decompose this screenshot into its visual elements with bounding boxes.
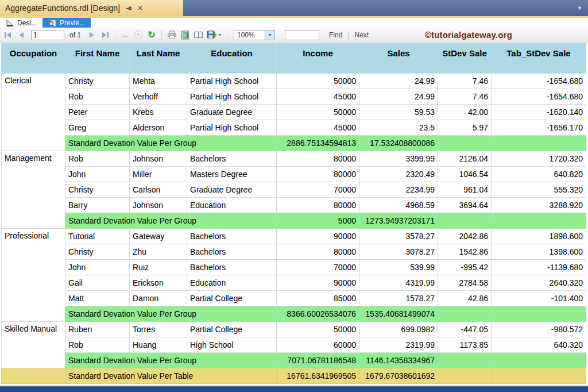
table-row: JohnMillerMasters Degree800002320.491046…: [2, 167, 586, 182]
income-cell: 50000: [277, 105, 359, 120]
report-preview-area: OccupationFirst NameLast NameEducationIn…: [1, 43, 586, 384]
page-setup-book-icon: [194, 31, 203, 39]
last-name-cell: Miller: [130, 167, 187, 182]
education-cell: Education: [187, 198, 277, 213]
tutorialgateway-watermark: ©tutorialgateway.org: [425, 30, 512, 40]
last-name-cell: Alderson: [130, 120, 187, 136]
education-cell: High School: [187, 337, 277, 353]
next-find-button[interactable]: Next: [354, 31, 369, 39]
stdev-sale-cell: 1173.85: [438, 337, 492, 353]
page-count-label: of 1: [69, 31, 81, 39]
stop-button[interactable]: ×: [133, 29, 144, 41]
income-cell: 70000: [277, 260, 359, 275]
find-button[interactable]: Find: [329, 31, 342, 39]
stdev-sale-cell: 2784.58: [438, 275, 492, 291]
group-summary-income: 7071.06781186548: [277, 353, 359, 368]
print-layout-button[interactable]: [179, 29, 191, 41]
tab-design[interactable]: Desi...: [0, 18, 42, 28]
income-cell: 80000: [277, 167, 359, 182]
last-page-button[interactable]: [99, 29, 111, 41]
file-tab[interactable]: AggregateFunctions.rdl [Design] ×: [0, 0, 183, 16]
education-cell: Graduate Degree: [187, 182, 277, 198]
back-arrow-icon: ←: [121, 30, 130, 40]
close-icon[interactable]: ×: [137, 4, 144, 12]
file-tab-title: AggregateFunctions.rdl [Design]: [5, 3, 120, 13]
table-row: RobVerhoffPartial High School4500024.997…: [2, 89, 586, 105]
tab-stdev-sale-cell: 2640.320: [492, 275, 586, 291]
page-number-input[interactable]: [31, 30, 64, 40]
table-row: JohnRuizBachelors70000539.99-995.42-1139…: [2, 260, 586, 275]
tab-preview[interactable]: Previe...: [42, 18, 91, 28]
last-name-cell: Carlson: [130, 182, 187, 198]
education-cell: Partial College: [187, 322, 277, 337]
sales-cell: 1578.27: [359, 291, 438, 306]
toolbar-separator: [161, 30, 162, 40]
sales-cell: 59.53: [359, 105, 438, 120]
income-cell: 45000: [277, 120, 359, 136]
zoom-dropdown-button[interactable]: ▼: [265, 30, 275, 40]
sales-cell: 4968.59: [359, 198, 438, 213]
sales-cell: 24.99: [359, 74, 438, 89]
table-summary-sales: 1679.67038601692: [359, 368, 438, 384]
group-summary-label: Standard Devation Value Per Group: [65, 136, 277, 151]
occupation-group-cell: Management: [2, 151, 65, 229]
tab-stdev-sale-cell: 1720.320: [492, 151, 586, 167]
tab-stdev-sale-cell: -1656.170: [492, 120, 586, 136]
education-cell: Masters Degree: [187, 167, 277, 182]
education-cell: Bachelors: [187, 244, 277, 260]
first-name-cell: Matt: [65, 291, 130, 306]
first-name-cell: Rob: [65, 89, 130, 105]
column-header: Occupation: [2, 44, 65, 74]
sales-cell: 3578.27: [359, 229, 438, 244]
column-header: Education: [187, 44, 277, 74]
table-summary-income: 16761.6341969505: [277, 368, 359, 384]
print-button[interactable]: [166, 29, 177, 41]
group-summary-label: Standard Devation Value Per Group: [65, 306, 277, 322]
sales-cell: 2234.99: [359, 182, 438, 198]
income-cell: 80000: [277, 151, 359, 167]
group-summary-tab-stdev: [492, 136, 586, 151]
first-name-cell: John: [65, 260, 130, 275]
export-button[interactable]: ▼: [206, 29, 223, 41]
income-cell: 60000: [277, 337, 359, 353]
back-button[interactable]: ←: [119, 29, 131, 41]
search-input[interactable]: [285, 30, 319, 40]
group-summary-sales: 1273.94937203171: [359, 213, 438, 229]
document-tab-strip: AggregateFunctions.rdl [Design] × ▼: [0, 0, 588, 16]
group-summary-row: Standard Devation Value Per Group7071.06…: [2, 353, 586, 368]
stdev-sale-cell: -995.42: [438, 260, 492, 275]
zoom-select[interactable]: 100% ▼: [234, 30, 275, 40]
table-row: ProfessionalTutorialGatewayBachelors9000…: [2, 229, 586, 244]
table-row: ClericalChristyMehtaPartial High School5…: [2, 74, 586, 89]
education-cell: Partial High School: [187, 89, 277, 105]
designer-subtabs: Desi... Previe...: [0, 18, 588, 28]
sales-cell: 23.5: [359, 120, 438, 136]
first-page-button[interactable]: [2, 29, 14, 41]
chevron-down-icon[interactable]: ▼: [571, 5, 588, 11]
last-name-cell: Erickson: [130, 275, 187, 291]
education-cell: Partial College: [187, 291, 277, 306]
tab-stdev-sale-cell: -980.572: [492, 322, 586, 337]
pin-icon[interactable]: [125, 5, 132, 12]
window-bottom-edge: [0, 386, 588, 392]
stdev-sale-cell: -447.05: [438, 322, 492, 337]
table-summary-label: Standard Devation Value Per Table: [65, 368, 277, 384]
tab-stdev-sale-cell: 3288.920: [492, 198, 586, 213]
next-page-button[interactable]: [86, 29, 98, 41]
sales-cell: 539.99: [359, 260, 438, 275]
design-ruler-icon: [6, 19, 14, 27]
stdev-sale-cell: 2126.04: [438, 151, 492, 167]
stdev-sale-cell: 42.00: [438, 105, 492, 120]
last-name-cell: Johnson: [130, 198, 187, 213]
table-row: Skilled ManualRubenTorresPartial College…: [2, 322, 586, 337]
stop-icon: ×: [134, 30, 143, 39]
page-setup-button[interactable]: [192, 29, 204, 41]
first-name-cell: Peter: [65, 105, 130, 120]
refresh-button[interactable]: ↻: [146, 29, 157, 41]
first-name-cell: Tutorial: [65, 229, 130, 244]
export-save-icon: [207, 30, 217, 39]
previous-page-button[interactable]: [16, 29, 27, 41]
header-row: OccupationFirst NameLast NameEducationIn…: [2, 44, 586, 74]
tab-preview-label: Previe...: [60, 19, 85, 27]
income-cell: 70000: [277, 182, 359, 198]
